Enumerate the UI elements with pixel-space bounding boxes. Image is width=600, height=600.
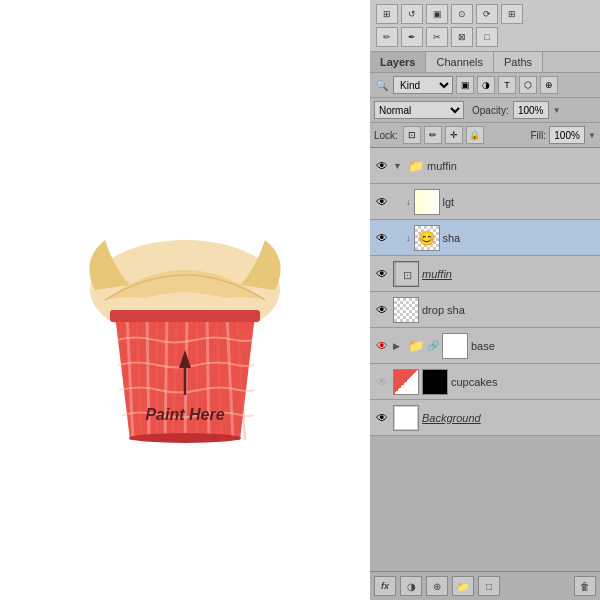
- opacity-arrow: ▼: [553, 106, 561, 115]
- layer-muffin-layer[interactable]: 👁 ⊡ muffin: [370, 256, 600, 292]
- toolbar-row-2: ✏ ✒ ✂ ⊠ □: [376, 27, 594, 47]
- icon-pixel[interactable]: ▣: [456, 76, 474, 94]
- layer-sha[interactable]: 👁 ↓ 😊 sha: [370, 220, 600, 256]
- tb-btn-6[interactable]: ⊞: [501, 4, 523, 24]
- layer-name-muffin-layer: muffin: [422, 268, 596, 280]
- eye-cupcakes[interactable]: 👁: [374, 374, 390, 390]
- folder-muffin: 📁: [408, 158, 424, 173]
- layer-muffin-group[interactable]: 👁 ▼ 📁 muffin: [370, 148, 600, 184]
- cupcake-illustration: Paint Here: [75, 210, 295, 470]
- svg-text:Paint Here: Paint Here: [145, 406, 224, 423]
- layer-name-muffin-group: muffin: [427, 160, 596, 172]
- layer-base-group[interactable]: 👁 ▶ 📁 🔗 base: [370, 328, 600, 364]
- layer-name-cupcakes: cupcakes: [451, 376, 596, 388]
- opacity-label: Opacity:: [472, 105, 509, 116]
- tabs-bar: Layers Channels Paths: [370, 52, 600, 73]
- eye-background[interactable]: 👁: [374, 410, 390, 426]
- folder-base: 📁: [408, 338, 424, 353]
- tb-btn-8[interactable]: ✒: [401, 27, 423, 47]
- tb-btn-10[interactable]: ⊠: [451, 27, 473, 47]
- lock-position[interactable]: ✛: [445, 126, 463, 144]
- thumb-base: [442, 333, 468, 359]
- tb-btn-3[interactable]: ▣: [426, 4, 448, 24]
- eye-drop-sha[interactable]: 👁: [374, 302, 390, 318]
- lock-label: Lock:: [374, 130, 398, 141]
- eye-lgt[interactable]: 👁: [374, 194, 390, 210]
- layer-name-base: base: [471, 340, 596, 352]
- thumb-lgt: [414, 189, 440, 215]
- eye-muffin-group[interactable]: 👁: [374, 158, 390, 174]
- lock-all[interactable]: 🔒: [466, 126, 484, 144]
- new-group-button[interactable]: 📁: [452, 576, 474, 596]
- tb-btn-5[interactable]: ⟳: [476, 4, 498, 24]
- thumb-cupcakes-mask: [422, 369, 448, 395]
- delete-layer-button[interactable]: 🗑: [574, 576, 596, 596]
- layer-lgt[interactable]: 👁 ↓ lgt: [370, 184, 600, 220]
- icon-filter[interactable]: ⊕: [540, 76, 558, 94]
- tab-layers[interactable]: Layers: [370, 52, 426, 72]
- smile-icon: 😊: [418, 230, 435, 246]
- search-icon: 🔍: [374, 77, 390, 93]
- lock-transparent[interactable]: ⊡: [403, 126, 421, 144]
- fill-label: Fill:: [531, 130, 547, 141]
- panel-bottom: fx ◑ ⊕ 📁 □ 🗑: [370, 571, 600, 600]
- fill-arrow: ▼: [588, 131, 596, 140]
- thumb-sha: 😊: [414, 225, 440, 251]
- expand-muffin[interactable]: ▼: [393, 161, 405, 171]
- fx-button[interactable]: fx: [374, 576, 396, 596]
- thumb-cupcakes: [393, 369, 419, 395]
- toolbar: ⊞ ↺ ▣ ⊙ ⟳ ⊞ ✏ ✒ ✂ ⊠ □: [370, 0, 600, 52]
- blend-mode-select[interactable]: Normal Multiply Screen: [374, 101, 464, 119]
- controls-row: 🔍 Kind ▣ ◑ T ⬡ ⊕: [370, 73, 600, 98]
- layer-cupcakes[interactable]: 👁 cupcakes: [370, 364, 600, 400]
- layer-name-background: Background: [422, 412, 596, 424]
- tb-btn-1[interactable]: ⊞: [376, 4, 398, 24]
- layer-name-lgt: lgt: [443, 196, 597, 208]
- opacity-input[interactable]: [513, 101, 549, 119]
- tb-btn-9[interactable]: ✂: [426, 27, 448, 47]
- eye-muffin-layer[interactable]: 👁: [374, 266, 390, 282]
- chain-base: 🔗: [427, 340, 439, 351]
- canvas-area: Paint Here: [0, 0, 370, 600]
- fill-input[interactable]: [549, 126, 585, 144]
- tb-btn-7[interactable]: ✏: [376, 27, 398, 47]
- thumb-background: [393, 405, 419, 431]
- clip-lgt: ↓: [406, 197, 411, 207]
- thumb-drop-sha: [393, 297, 419, 323]
- icon-type[interactable]: T: [498, 76, 516, 94]
- tb-btn-2[interactable]: ↺: [401, 4, 423, 24]
- thumb-muffin-fx: ⊡: [393, 261, 419, 287]
- tb-btn-11[interactable]: □: [476, 27, 498, 47]
- lock-image[interactable]: ✏: [424, 126, 442, 144]
- tb-btn-4[interactable]: ⊙: [451, 4, 473, 24]
- icon-shape[interactable]: ⬡: [519, 76, 537, 94]
- toolbar-row-1: ⊞ ↺ ▣ ⊙ ⟳ ⊞: [376, 4, 594, 24]
- expand-base[interactable]: ▶: [393, 341, 405, 351]
- layer-background[interactable]: 👁 Background: [370, 400, 600, 436]
- layer-name-sha: sha: [443, 232, 597, 244]
- clip-sha: ↓: [406, 233, 411, 243]
- add-mask-button[interactable]: ◑: [400, 576, 422, 596]
- tab-channels[interactable]: Channels: [426, 52, 493, 72]
- layers-list: 👁 ▼ 📁 muffin 👁 ↓ lgt 👁 ↓ 😊 sha: [370, 148, 600, 571]
- layer-name-drop-sha: drop sha: [422, 304, 596, 316]
- icon-adjust[interactable]: ◑: [477, 76, 495, 94]
- blend-row: Normal Multiply Screen Opacity: ▼: [370, 98, 600, 123]
- cupcake-svg: Paint Here: [75, 210, 295, 470]
- layer-drop-sha[interactable]: 👁 drop sha: [370, 292, 600, 328]
- adjustment-button[interactable]: ⊕: [426, 576, 448, 596]
- kind-select[interactable]: Kind: [393, 76, 453, 94]
- lock-row: Lock: ⊡ ✏ ✛ 🔒 Fill: ▼: [370, 123, 600, 148]
- svg-point-14: [129, 433, 241, 443]
- new-layer-button[interactable]: □: [478, 576, 500, 596]
- svg-text:⊡: ⊡: [403, 269, 412, 281]
- eye-sha[interactable]: 👁: [374, 230, 390, 246]
- svg-rect-13: [110, 310, 260, 322]
- panel-area: ⊞ ↺ ▣ ⊙ ⟳ ⊞ ✏ ✒ ✂ ⊠ □ Layers Channels Pa…: [370, 0, 600, 600]
- tab-paths[interactable]: Paths: [494, 52, 543, 72]
- eye-base[interactable]: 👁: [374, 338, 390, 354]
